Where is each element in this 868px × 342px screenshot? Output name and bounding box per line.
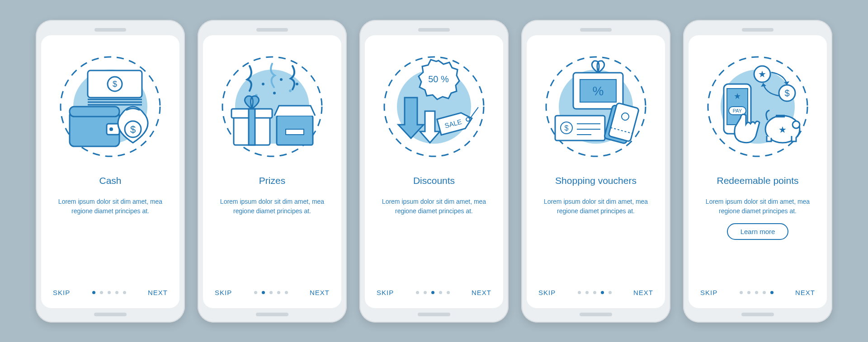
next-button[interactable]: NEXT [472,289,491,296]
screen-description: Lorem ipsum dolor sit dim amet, mea regi… [542,197,650,216]
onboarding-footer: SKIP NEXT [537,289,655,299]
dot [123,291,126,294]
dot [262,291,265,294]
svg-point-11 [109,127,113,131]
svg-rect-59 [776,115,785,117]
next-button[interactable]: NEXT [795,289,815,296]
svg-point-21 [273,92,276,94]
phone-frame-redeemable: ★ $ ★ PAY ★ [683,20,832,323]
svg-rect-36 [555,116,605,141]
screen-description: Lorem ipsum dolor sit dim amet, mea regi… [218,197,326,216]
discounts-sale-icon: 50 % SALE [380,52,488,161]
progress-dots [254,291,288,294]
screen-description: Lorem ipsum dolor sit dim amet, mea regi… [56,197,165,216]
phone-speaker [580,28,612,32]
svg-text:$: $ [113,80,117,89]
dot [254,291,257,294]
phone-frame-vouchers: % $ Shopping vouchers Lorem ipsum dolor [521,20,670,323]
phone-speaker [418,28,450,32]
phone-homebar [741,313,774,316]
svg-text:$: $ [565,124,569,132]
screen-redeemable: ★ $ ★ PAY ★ [689,35,827,308]
svg-text:$: $ [784,88,789,98]
prizes-gift-icon [218,52,326,161]
phone-homebar [580,313,612,316]
redeemable-points-icon: ★ $ ★ PAY ★ [703,52,812,161]
svg-text:$: $ [130,124,136,135]
dot [593,291,596,294]
svg-rect-26 [286,129,304,135]
vouchers-tickets-icon: % $ [542,52,650,161]
dot [431,291,434,294]
skip-button[interactable]: SKIP [215,289,232,296]
phone-frame-prizes: Prizes Lorem ipsum dolor sit dim amet, m… [198,20,347,323]
screen-title: Cash [99,169,121,193]
phone-homebar [94,313,127,316]
svg-text:★: ★ [778,125,787,135]
onboarding-footer: SKIP NEXT [51,289,170,299]
svg-rect-24 [249,109,255,145]
dot [755,291,758,294]
screen-cash: $ $ Cash Lorem ipsum dolor sit dim amet,… [41,35,179,308]
dot [277,291,280,294]
dot [609,291,612,294]
dot [770,291,774,294]
screen-title: Redeemable points [717,169,799,193]
screen-prizes: Prizes Lorem ipsum dolor sit dim amet, m… [203,35,341,308]
onboarding-screens-row: $ $ Cash Lorem ipsum dolor sit dim amet,… [22,2,846,341]
progress-dots [92,291,126,294]
dot [115,291,118,294]
dot [269,291,273,294]
svg-rect-9 [70,107,119,117]
onboarding-footer: SKIP NEXT [375,289,493,299]
dot [100,291,103,294]
dot [439,291,442,294]
onboarding-footer: SKIP NEXT [698,289,817,299]
dot [416,291,419,294]
screen-title: Prizes [259,169,285,193]
dot [578,291,581,294]
dot [763,291,766,294]
screen-title: Discounts [413,169,455,193]
skip-button[interactable]: SKIP [700,289,717,296]
dot [447,291,450,294]
dot [601,291,604,294]
progress-dots [740,291,774,294]
svg-text:★: ★ [734,92,741,101]
phone-speaker [256,28,288,32]
dot [108,291,111,294]
skip-button[interactable]: SKIP [377,289,394,296]
cash-wallet-icon: $ $ [56,52,165,161]
dot [92,291,95,294]
svg-point-18 [289,89,292,92]
pay-button-label: PAY [733,108,742,113]
discount-badge-text: 50 % [428,74,449,84]
progress-dots [578,291,612,294]
next-button[interactable]: NEXT [633,289,653,296]
svg-text:%: % [593,84,604,98]
dot [285,291,288,294]
svg-point-17 [280,78,283,81]
screen-description: Lorem ipsum dolor sit dim amet, mea regi… [380,197,488,216]
screen-title: Shopping vouchers [555,169,637,193]
dot [747,291,750,294]
onboarding-footer: SKIP NEXT [213,289,331,299]
phone-speaker [742,28,774,32]
skip-button[interactable]: SKIP [538,289,556,296]
next-button[interactable]: NEXT [148,289,168,296]
screen-discounts: 50 % SALE Discounts Lorem ipsum dolor si… [365,35,503,308]
phone-homebar [418,313,450,316]
screen-vouchers: % $ Shopping vouchers Lorem ipsum dolor [527,35,665,308]
next-button[interactable]: NEXT [310,289,330,296]
svg-point-60 [793,121,800,128]
phone-frame-discounts: 50 % SALE Discounts Lorem ipsum dolor si… [359,20,509,323]
skip-button[interactable]: SKIP [53,289,70,296]
svg-point-16 [262,83,264,85]
dot [585,291,589,294]
phone-homebar [256,313,288,316]
dot [424,291,427,294]
learn-more-button[interactable]: Learn more [727,223,789,240]
dot [740,291,743,294]
svg-text:★: ★ [758,69,766,79]
phone-frame-cash: $ $ Cash Lorem ipsum dolor sit dim amet,… [36,20,185,323]
